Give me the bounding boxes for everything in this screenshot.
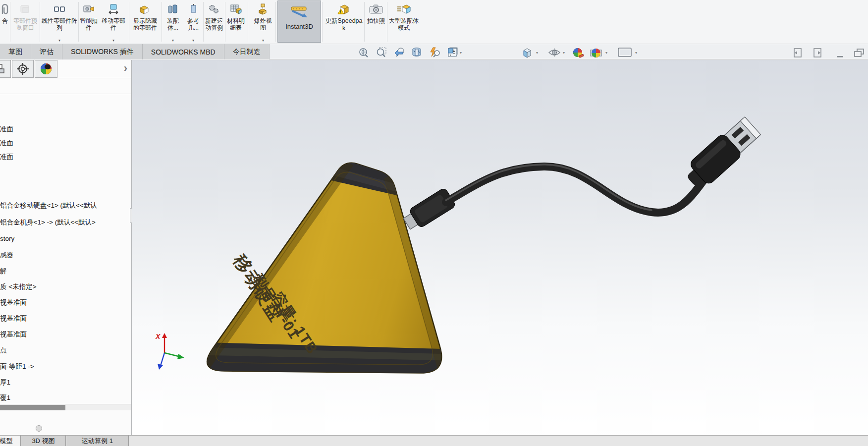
- ribbon-button-label: Instant3D: [285, 23, 313, 30]
- tab-propertymanager[interactable]: [12, 60, 34, 78]
- ribbon-button-label: 新建运动算例: [204, 17, 224, 31]
- hide-show-items-dropdown[interactable]: [563, 51, 565, 55]
- ribbon-button-label: 材料明细表: [226, 17, 246, 31]
- view-settings-icon[interactable]: [617, 47, 628, 58]
- tree-item[interactable]: 感器: [0, 251, 13, 260]
- splitter-handle[interactable]: [36, 425, 42, 432]
- tree-item[interactable]: 准面: [0, 153, 13, 162]
- display-style-dropdown[interactable]: [536, 51, 538, 55]
- smart-fasteners-button[interactable]: 智能扣件: [79, 0, 98, 43]
- edit-appearance-icon[interactable]: [572, 47, 583, 58]
- tab-sketch[interactable]: 草图: [0, 44, 31, 59]
- take-snapshot-button[interactable]: 拍快照: [366, 0, 386, 43]
- graphics-viewport[interactable]: 移动硬盘 型号: Y-01 容量: 1TB: [132, 60, 868, 435]
- propertymanager-icon: [16, 62, 29, 75]
- ribbon-button-label: 显示隐藏的零部件: [131, 17, 160, 31]
- document-tab-bar: 模型 3D 视图 运动算例 1 S 中 °,: [0, 435, 868, 446]
- panel-expand-chevron-icon[interactable]: [124, 62, 127, 75]
- ribbon-divider: [10, 2, 10, 42]
- tree-item[interactable]: 铝合金机身<1> -> (默认<<默认>: [0, 218, 96, 227]
- exploded-view-icon: [257, 2, 270, 17]
- apply-scene-icon[interactable]: [590, 47, 600, 58]
- tree-item[interactable]: 视基准面: [0, 330, 27, 339]
- scrollbar-thumb[interactable]: [0, 405, 65, 410]
- ribbon-button-label: 线性零部件阵列: [41, 17, 78, 31]
- svg-text:!: !: [340, 9, 341, 14]
- tab-motion-study-1[interactable]: 运动算例 1: [66, 436, 129, 446]
- apply-scene-dropdown[interactable]: [605, 51, 607, 55]
- usb-a-connector[interactable]: [681, 114, 762, 192]
- bill-of-materials-button[interactable]: 材料明细表: [226, 0, 246, 43]
- move-component-icon: [107, 2, 120, 17]
- tree-item[interactable]: 准面: [0, 139, 13, 148]
- tab-evaluate[interactable]: 评估: [31, 44, 62, 59]
- ribbon-button-label: 零部件预览窗口: [11, 17, 40, 31]
- assembly-features-icon: [167, 2, 179, 17]
- ribbon-button-label: 大型装配体模式: [388, 17, 419, 31]
- tab-featuremanager-tree[interactable]: [0, 60, 11, 78]
- move-component-button[interactable]: 移动零部件: [99, 0, 128, 43]
- ribbon-button-label: 移动零部件: [99, 17, 128, 31]
- display-style-icon[interactable]: [521, 47, 532, 58]
- tab-today-manufacture[interactable]: 今日制造: [224, 44, 270, 59]
- take-snapshot-icon: [369, 2, 383, 17]
- collapse-left-pane-icon[interactable]: [793, 48, 803, 60]
- ribbon-button-label: 爆炸视图: [252, 17, 274, 31]
- coordinate-triad: X: [155, 333, 184, 370]
- usb-cable[interactable]: [446, 165, 706, 213]
- hard-drive-model[interactable]: 移动硬盘 型号: Y-01 容量: 1TB: [183, 144, 463, 402]
- minimize-icon[interactable]: [836, 52, 844, 60]
- tree-item[interactable]: 点: [0, 346, 7, 355]
- tab-displaymanager[interactable]: [35, 60, 57, 78]
- linear-pattern-button[interactable]: 线性零部件阵列: [41, 0, 78, 43]
- tree-item[interactable]: 视基准面: [0, 298, 27, 307]
- large-assembly-mode-button[interactable]: 大型装配体模式: [388, 0, 419, 43]
- view-orientation-dropdown[interactable]: [460, 51, 462, 55]
- tree-item[interactable]: 铝合金移动硬盘<1> (默认<<默认: [0, 201, 97, 210]
- tree-item[interactable]: 覆1: [0, 393, 10, 402]
- solidworks-window: 合 零部件预览窗口 线性零部件阵列 智能扣件 移动零部件: [0, 0, 868, 446]
- show-hidden-components-button[interactable]: 显示隐藏的零部件: [131, 0, 160, 43]
- zoom-to-area-icon[interactable]: [376, 47, 386, 58]
- component-preview-button[interactable]: 零部件预览窗口: [11, 0, 40, 43]
- smart-fasteners-icon: [82, 2, 95, 17]
- assembly-features-button[interactable]: 装配体...: [163, 0, 182, 43]
- tree-item[interactable]: 厚1: [0, 378, 10, 387]
- tab-3d-views[interactable]: 3D 视图: [21, 436, 66, 446]
- command-manager-tabs: 草图 评估 SOLIDWORKS 插件 SOLIDWORKS MBD 今日制造: [0, 44, 270, 59]
- panel-header: [0, 78, 131, 94]
- update-speedpak-icon: !: [336, 2, 351, 17]
- ribbon-divider: [225, 2, 225, 42]
- assembly-visualization-icon[interactable]: [429, 47, 440, 58]
- zoom-to-fit-icon[interactable]: [358, 47, 369, 58]
- tab-solidworks-addins[interactable]: SOLIDWORKS 插件: [62, 44, 143, 59]
- tree-item[interactable]: 视基准面: [0, 314, 27, 323]
- reference-geometry-button[interactable]: 参考几...: [184, 0, 202, 43]
- command-manager-ribbon: 合 零部件预览窗口 线性零部件阵列 智能扣件 移动零部件: [0, 0, 868, 44]
- ribbon-button-label: 更新Speedpak: [324, 17, 364, 32]
- tab-model[interactable]: 模型: [0, 436, 21, 446]
- exploded-view-button[interactable]: 爆炸视图: [252, 0, 274, 43]
- new-motion-study-button[interactable]: 新建运动算例: [204, 0, 224, 43]
- view-settings-dropdown[interactable]: [635, 51, 637, 55]
- mate-button[interactable]: 合: [0, 0, 10, 43]
- section-view-icon[interactable]: [411, 47, 422, 58]
- panel-horizontal-scrollbar[interactable]: [0, 404, 131, 410]
- previous-view-icon[interactable]: [393, 47, 404, 58]
- instant3d-button[interactable]: Instant3D: [277, 0, 321, 43]
- tree-item[interactable]: 解: [0, 267, 7, 276]
- ribbon-divider: [40, 2, 40, 42]
- tree-item[interactable]: story: [0, 235, 14, 242]
- reference-geometry-icon: [187, 2, 199, 17]
- tree-item[interactable]: 面-等距1 ->: [0, 362, 34, 371]
- restore-icon[interactable]: [853, 48, 865, 60]
- tab-solidworks-mbd[interactable]: SOLIDWORKS MBD: [143, 44, 224, 59]
- tree-item[interactable]: 准面: [0, 125, 13, 134]
- update-speedpak-button[interactable]: ! 更新Speedpak: [324, 0, 364, 43]
- micro-usb-plug[interactable]: [401, 187, 456, 233]
- hide-show-items-icon[interactable]: [548, 47, 559, 58]
- ribbon-divider: [387, 2, 387, 42]
- view-orientation-icon[interactable]: [447, 47, 458, 58]
- collapse-right-pane-icon[interactable]: [813, 48, 822, 60]
- tree-item[interactable]: 质 <未指定>: [0, 282, 37, 291]
